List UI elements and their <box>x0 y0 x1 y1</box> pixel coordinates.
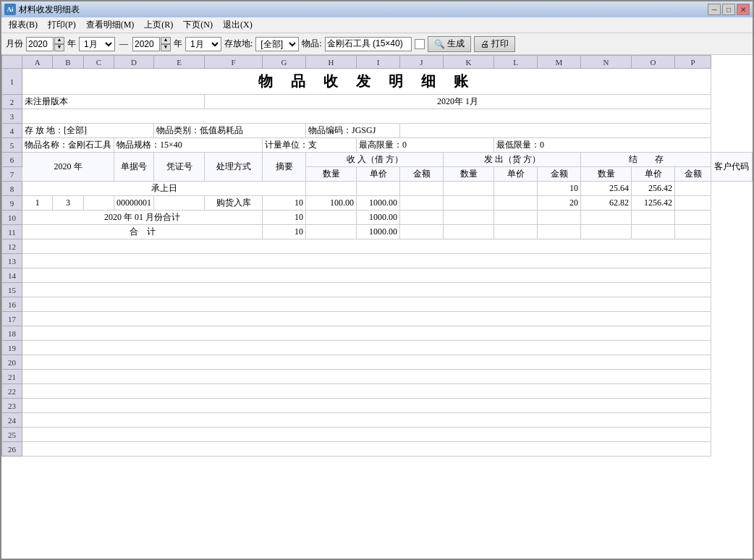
table-row-12: 12 <box>2 239 753 254</box>
item-label: 物品: <box>302 38 321 50</box>
col-g: G <box>263 56 306 69</box>
corner-cell <box>2 56 22 69</box>
menu-prev[interactable]: 上页(R) <box>140 17 177 33</box>
qty-out-header: 数量 <box>444 167 494 182</box>
table-row-25: 25 <box>2 428 753 442</box>
col-e: E <box>154 56 205 69</box>
summary-header: 摘要 <box>263 153 306 182</box>
table-row-21: 21 <box>2 370 753 384</box>
table-row-5: 5 物品名称：金刚石工具 物品规格：15×40 计量单位：支 最高限量：0 最低… <box>2 138 753 153</box>
customer-header: 客户代码 <box>711 153 753 182</box>
col-o: O <box>632 56 675 69</box>
col-a: A <box>22 56 53 69</box>
main-window: Ai 材料收发明细表 ─ □ ✕ 报表(B) 打印(P) 查看明细(M) 上页(… <box>0 0 754 560</box>
col-i: I <box>357 56 400 69</box>
month2-select[interactable]: 1月2月3月4月 5月6月7月8月 9月10月11月12月 <box>185 37 221 51</box>
row9-amount-bal: 1256.42 <box>632 196 675 211</box>
menu-bar: 报表(B) 打印(P) 查看明细(M) 上页(R) 下页(N) 退出(X) <box>1 17 753 33</box>
max-info: 最高限量：0 <box>357 138 494 153</box>
generate-icon: 🔍 <box>434 39 445 49</box>
menu-report[interactable]: 报表(B) <box>4 17 42 33</box>
row9-price-bal: 62.82 <box>581 196 632 211</box>
price-bal-header: 单价 <box>632 167 675 182</box>
col-k: K <box>444 56 494 69</box>
year1-suffix: 年 <box>67 38 76 50</box>
receive-header: 收 入（借 方） <box>306 153 444 167</box>
year1-input[interactable]: 2020 <box>26 37 54 51</box>
table-row-1: 1 物 品 收 发 明 细 账 <box>2 69 753 95</box>
col-c: C <box>83 56 114 69</box>
minimize-button[interactable]: ─ <box>708 4 721 15</box>
table-row-15: 15 <box>2 283 753 297</box>
table-row-24: 24 <box>2 413 753 428</box>
maximize-button[interactable]: □ <box>722 4 735 15</box>
year2-up-button[interactable]: ▲ <box>161 37 171 44</box>
year2-down-button[interactable]: ▼ <box>161 44 171 51</box>
item-name-info: 物品名称：金刚石工具 <box>22 138 114 153</box>
unregistered-label: 未注册版本 <box>22 95 205 109</box>
col-n: N <box>581 56 632 69</box>
col-m: M <box>538 56 581 69</box>
table-row-13: 13 <box>2 254 753 268</box>
voucher-header: 凭证号 <box>154 153 205 182</box>
qty-in-header: 数量 <box>306 167 357 182</box>
month1-select[interactable]: 1月2月3月4月 5月6月7月8月 9月10月11月12月 <box>79 37 115 51</box>
table-row-20: 20 <box>2 355 753 370</box>
spec-info: 物品规格：15×40 <box>114 138 263 153</box>
generate-button[interactable]: 🔍 生成 <box>428 36 471 52</box>
row8-price-bal: 25.64 <box>581 182 632 196</box>
row-num-1: 1 <box>2 69 22 95</box>
table-row-14: 14 <box>2 268 753 283</box>
app-icon: Ai <box>4 4 16 15</box>
carry-forward-label: 承上日 <box>22 182 306 196</box>
menu-next[interactable]: 下页(N) <box>179 17 217 33</box>
unit-info: 计量单位：支 <box>263 138 357 153</box>
year-col-header: 2020 年 <box>22 153 114 182</box>
row11-amount-in: 1000.00 <box>357 225 400 239</box>
row10-amount-in: 1000.00 <box>357 211 400 225</box>
col-d: D <box>114 56 154 69</box>
qty-bal-header: 数量 <box>581 167 632 182</box>
item-input[interactable]: 金刚石工具 (15×40) <box>325 37 412 51</box>
date-label: 2020年 1月 <box>205 95 711 109</box>
year2-suffix: 年 <box>174 38 182 50</box>
year2-input[interactable]: 2020 <box>132 37 160 51</box>
year1-up-button[interactable]: ▲ <box>54 37 64 44</box>
row8-amount-bal: 256.42 <box>632 182 675 196</box>
row9-qty-in: 10 <box>263 196 306 211</box>
col-j: J <box>400 56 444 69</box>
category-info: 物品类别：低值易耗品 <box>154 124 306 138</box>
table-row-6: 6 2020 年 单据号 凭证号 处理方式 摘要 收 入（借 方） 发 出（货 … <box>2 153 753 167</box>
menu-detail[interactable]: 查看明细(M) <box>82 17 139 33</box>
storage-select[interactable]: [全部] <box>255 37 299 51</box>
year1-down-button[interactable]: ▼ <box>54 44 64 51</box>
item-checkbox[interactable] <box>415 39 425 49</box>
row10-qty-in: 10 <box>263 211 306 225</box>
print-icon: 🖨 <box>480 39 489 49</box>
row9-amount-in: 1000.00 <box>357 196 400 211</box>
amount-bal-header: 金额 <box>675 167 711 182</box>
doc-no-header: 单据号 <box>114 153 154 182</box>
table-row-22: 22 <box>2 384 753 399</box>
table-row-16: 16 <box>2 297 753 312</box>
table-row-8: 8 承上日 10 25.64 256.42 <box>2 182 753 196</box>
menu-print[interactable]: 打印(P) <box>43 17 80 33</box>
spreadsheet-container[interactable]: A B C D E F G H I J K L M N O P <box>1 55 753 559</box>
storage-info: 存 放 地：[全部] <box>22 124 154 138</box>
table-row-26: 26 <box>2 442 753 457</box>
col-f: F <box>205 56 263 69</box>
month-label: 月份 <box>6 38 23 50</box>
row9-qty-bal: 20 <box>538 196 581 211</box>
menu-exit[interactable]: 退出(X) <box>219 17 257 33</box>
table-row-18: 18 <box>2 326 753 341</box>
close-button[interactable]: ✕ <box>737 4 750 15</box>
min-info: 最低限量：0 <box>494 138 711 153</box>
price-in-header: 单价 <box>357 167 400 182</box>
grand-total-label: 合 计 <box>22 225 263 239</box>
title-cell: 物 品 收 发 明 细 账 <box>22 69 711 95</box>
table-row-9: 9 1 3 00000001 购货入库 10 100.00 1000.00 20… <box>2 196 753 211</box>
issue-header: 发 出（货 方） <box>444 153 581 167</box>
print-button[interactable]: 🖨 打印 <box>474 36 515 52</box>
balance-header: 结 存 <box>581 153 711 167</box>
storage-label: 存放地: <box>224 38 253 50</box>
